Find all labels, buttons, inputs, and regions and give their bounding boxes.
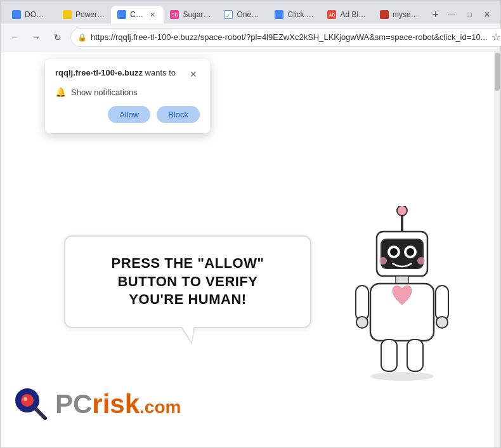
tab-label-sd: Sugar D... [183, 10, 211, 19]
robot-svg [342, 206, 462, 384]
speech-bubble-text: PRESS THE "ALLOW" BUTTON TO VERIFYYOU'RE… [84, 254, 291, 309]
back-button[interactable]: ← [6, 29, 23, 46]
tab-adblock[interactable]: AB Ad Bloc... [321, 6, 374, 23]
tab-label-cl: Clic... [130, 10, 143, 19]
svg-point-7 [390, 248, 398, 256]
minimize-button[interactable]: — [443, 8, 460, 21]
pcrisk-brand-text: PCrisk.com [55, 389, 181, 419]
tab-favicon-sd: SD [170, 10, 179, 19]
popup-header: rqqlj.free-tl-100-e.buzz wants to ✕ [55, 68, 200, 81]
robot-container [342, 206, 462, 384]
popup-domain: rqqlj.free-tl-100-e.buzz [55, 68, 143, 77]
new-tab-button[interactable]: + [427, 6, 443, 23]
url-text: https://rqqlj.free-tl-100-e.buzz/space-r… [91, 32, 488, 42]
tab-oneta[interactable]: ✓ OneTa... [218, 6, 268, 23]
svg-rect-11 [396, 276, 408, 284]
svg-point-15 [356, 317, 368, 328]
tab-label-ms: mysexy... [393, 10, 419, 19]
pcrisk-icon [13, 386, 49, 422]
window-controls: — □ ✕ [443, 8, 495, 23]
page-content: rqqlj.free-tl-100-e.buzz wants to ✕ 🔔 Sh… [1, 51, 500, 447]
svg-point-21 [21, 394, 34, 407]
notification-popup: rqqlj.free-tl-100-e.buzz wants to ✕ 🔔 Sh… [45, 59, 210, 133]
address-input-wrap[interactable]: 🔒 https://rqqlj.free-tl-100-e.buzz/space… [70, 28, 501, 47]
svg-line-24 [36, 409, 45, 418]
svg-text:✓: ✓ [226, 13, 231, 19]
svg-rect-17 [381, 339, 397, 371]
scrollbar-thumb[interactable] [495, 53, 500, 91]
tab-click-active[interactable]: Clic... ✕ [111, 6, 164, 23]
lock-icon: 🔒 [77, 33, 87, 42]
tab-favicon-ot: ✓ [224, 10, 233, 19]
tab-label-ot: OneTa... [237, 10, 262, 19]
speech-bubble-container: PRESS THE "ALLOW" BUTTON TO VERIFYYOU'RE… [64, 235, 311, 328]
popup-buttons: Allow Block [55, 106, 200, 123]
browser-frame: DOWN... Power B... Clic... ✕ SD Sugar D.… [0, 0, 501, 448]
popup-title: rqqlj.free-tl-100-e.buzz wants to [55, 68, 176, 77]
tab-favicon-ab: AB [327, 10, 336, 19]
scrollbar[interactable] [494, 51, 500, 447]
tab-mysexy[interactable]: mysexy... [374, 6, 425, 23]
tab-favicon-cl2 [275, 10, 283, 19]
tab-sugard[interactable]: SD Sugar D... [164, 6, 218, 23]
forward-button[interactable]: → [27, 29, 45, 46]
reload-button[interactable]: ↻ [49, 29, 67, 46]
popup-notification-label: Show notifications [71, 88, 138, 97]
tab-label-cl2: Click "A... [287, 10, 315, 19]
tab-favicon-dl [12, 10, 21, 19]
tab-download[interactable]: DOWN... [6, 6, 56, 23]
tab-favicon-ms [380, 10, 389, 19]
svg-rect-4 [381, 239, 423, 268]
pcrisk-risk-text: risk [92, 389, 140, 419]
svg-point-9 [379, 257, 387, 265]
pcrisk-logo: PCrisk.com [13, 386, 181, 422]
svg-rect-18 [407, 339, 423, 371]
tabs-row: DOWN... Power B... Clic... ✕ SD Sugar D.… [6, 6, 443, 23]
maximize-button[interactable]: □ [461, 8, 478, 21]
bookmark-star-icon[interactable]: ☆ [491, 31, 500, 43]
bell-icon: 🔔 [55, 87, 66, 97]
svg-point-10 [417, 257, 425, 265]
svg-point-16 [436, 317, 448, 328]
tab-close-btn[interactable]: ✕ [147, 10, 157, 20]
tab-favicon-pbi [63, 10, 72, 19]
tab-label-pbi: Power B... [75, 10, 105, 19]
tab-powerbi[interactable]: Power B... [56, 6, 111, 23]
svg-point-8 [407, 248, 414, 256]
allow-button[interactable]: Allow [108, 106, 150, 123]
svg-rect-13 [356, 286, 368, 320]
svg-rect-14 [436, 286, 448, 320]
popup-notification-row: 🔔 Show notifications [55, 87, 200, 97]
block-button[interactable]: Block [157, 106, 200, 123]
popup-wants-to: wants to [145, 68, 176, 77]
pcrisk-com-text: .com [140, 397, 181, 417]
svg-point-22 [23, 397, 27, 401]
popup-close-button[interactable]: ✕ [187, 68, 200, 81]
tab-clicka[interactable]: Click "A... [268, 6, 321, 23]
pcrisk-pc-text: PC [55, 389, 92, 419]
close-button[interactable]: ✕ [479, 8, 495, 21]
tab-label-ab: Ad Bloc... [340, 10, 367, 19]
tab-label-dl: DOWN... [25, 10, 50, 19]
svg-point-2 [397, 206, 407, 216]
title-bar: DOWN... Power B... Clic... ✕ SD Sugar D.… [1, 1, 500, 23]
address-bar: ← → ↻ 🔒 https://rqqlj.free-tl-100-e.buzz… [1, 23, 500, 51]
svg-point-19 [370, 372, 434, 381]
speech-bubble: PRESS THE "ALLOW" BUTTON TO VERIFYYOU'RE… [64, 235, 311, 328]
tab-favicon-cl [117, 10, 126, 19]
